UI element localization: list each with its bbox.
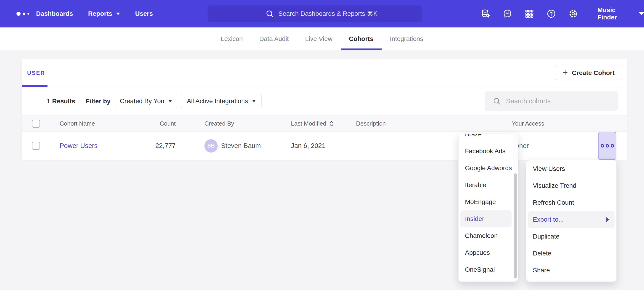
row-checkbox[interactable]: [32, 142, 40, 150]
settings-gear-icon[interactable]: [568, 9, 578, 19]
filter-by-label: Filter by: [86, 87, 110, 115]
cohorts-panel: USER + Create Cohort 1 Results Filter by…: [22, 59, 627, 160]
menu-item-google-adwords[interactable]: Google Adwords: [458, 160, 513, 177]
nav-item-reports[interactable]: Reports: [88, 10, 120, 17]
logo-dot-large: [16, 12, 20, 16]
menu-item-moengage[interactable]: MoEngage: [458, 194, 513, 210]
column-header-created-by[interactable]: Created By: [204, 116, 234, 131]
divider: [78, 96, 78, 107]
column-header-description[interactable]: Description: [356, 116, 386, 131]
row-actions-menu: View Users Visualize Trend Refresh Count…: [526, 160, 616, 282]
column-header-count[interactable]: Count: [160, 116, 176, 131]
filter-toolbar: 1 Results Filter by Created By You All A…: [22, 87, 627, 115]
logo-dot-medium: [23, 13, 25, 15]
menu-item-duplicate[interactable]: Duplicate: [526, 228, 616, 245]
feedback-icon[interactable]: [502, 9, 512, 19]
submenu-scrollbar-thumb[interactable]: [514, 173, 517, 278]
menu-item-share[interactable]: Share: [526, 262, 616, 279]
creator-name: Steven Baum: [221, 142, 261, 150]
last-modified-date: Jan 6, 2021: [291, 142, 326, 150]
data-tabs-bar: Lexicon Data Audit Live View Cohorts Int…: [0, 28, 644, 50]
menu-item-onesignal[interactable]: OneSignal: [458, 261, 513, 278]
chevron-down-icon: [252, 100, 256, 102]
menu-item-braze[interactable]: Braze: [458, 134, 513, 143]
svg-text:?: ?: [550, 11, 553, 17]
project-name: Music Finder: [598, 7, 634, 21]
cohort-search-input[interactable]: [506, 97, 618, 105]
menu-item-chameleon[interactable]: Chameleon: [458, 227, 513, 244]
menu-item-visualize-trend[interactable]: Visualize Trend: [526, 177, 616, 194]
search-icon: [265, 9, 274, 18]
select-all-checkbox[interactable]: [32, 120, 40, 128]
created-by-filter-dropdown[interactable]: Created By You: [115, 94, 177, 108]
chevron-right-icon: [606, 217, 610, 222]
cohort-count: 22,777: [155, 142, 176, 150]
column-header-your-access[interactable]: Your Access: [512, 116, 544, 131]
menu-item-view-users[interactable]: View Users: [526, 160, 616, 177]
nav-item-dashboards[interactable]: Dashboards: [36, 10, 73, 17]
menu-item-delete[interactable]: Delete: [526, 245, 616, 262]
results-count: 1 Results: [47, 87, 75, 115]
avatar: SB: [204, 139, 218, 153]
dot-icon: [611, 144, 614, 148]
cohort-search-bar[interactable]: [484, 91, 618, 111]
dot-icon: [600, 144, 604, 148]
menu-item-iterable[interactable]: Iterable: [458, 177, 513, 194]
logo-dot-small: [28, 13, 29, 15]
mixpanel-logo[interactable]: [16, 0, 29, 28]
cohorts-panel-header: USER + Create Cohort: [22, 59, 627, 87]
menu-item-export-to[interactable]: Export to...: [528, 211, 614, 228]
menu-item-insider[interactable]: Insider: [460, 210, 512, 227]
chevron-down-icon: [639, 12, 644, 15]
global-search-bar[interactable]: [208, 6, 422, 22]
search-icon: [492, 97, 501, 105]
chevron-down-icon: [116, 13, 120, 15]
plus-icon: +: [562, 68, 568, 77]
tab-user-cohorts[interactable]: USER: [27, 59, 45, 87]
tab-data-audit[interactable]: Data Audit: [251, 28, 297, 50]
help-icon[interactable]: ?: [546, 9, 556, 19]
apps-grid-icon[interactable]: [524, 9, 534, 19]
data-management-icon[interactable]: [480, 9, 490, 19]
tab-live-view[interactable]: Live View: [297, 28, 340, 50]
tab-cohorts[interactable]: Cohorts: [341, 28, 382, 50]
integrations-filter-dropdown[interactable]: All Active Integrations: [181, 94, 262, 108]
dot-icon: [606, 144, 609, 148]
menu-item-appcues[interactable]: Appcues: [458, 244, 513, 261]
menu-item-facebook-ads[interactable]: Facebook Ads: [458, 143, 513, 160]
column-header-last-modified[interactable]: Last Modified: [291, 116, 334, 131]
active-tab-underline: [22, 85, 48, 87]
project-switcher[interactable]: Music Finder: [598, 7, 644, 21]
top-navigation-bar: Dashboards Reports Users: [0, 0, 644, 28]
nav-item-users[interactable]: Users: [135, 10, 153, 17]
tab-lexicon[interactable]: Lexicon: [212, 28, 251, 50]
tab-integrations[interactable]: Integrations: [382, 28, 432, 50]
submenu-scrollbar-track[interactable]: [513, 134, 518, 281]
table-row: Power Users 22,777 SB Steven Baum Jan 6,…: [22, 132, 627, 160]
table-header-row: Cohort Name Count Created By Last Modifi…: [22, 115, 627, 132]
chevron-down-icon: [168, 100, 172, 102]
create-cohort-button[interactable]: + Create Cohort: [555, 66, 622, 80]
global-search-input[interactable]: [278, 10, 422, 17]
row-actions-button[interactable]: [598, 132, 616, 160]
sort-icon: [329, 120, 334, 127]
column-header-cohort-name[interactable]: Cohort Name: [60, 116, 95, 131]
export-destination-submenu: Braze Facebook Ads Google Adwords Iterab…: [458, 134, 518, 282]
menu-item-refresh-count[interactable]: Refresh Count: [526, 194, 616, 211]
cohort-name-link[interactable]: Power Users: [60, 142, 98, 150]
